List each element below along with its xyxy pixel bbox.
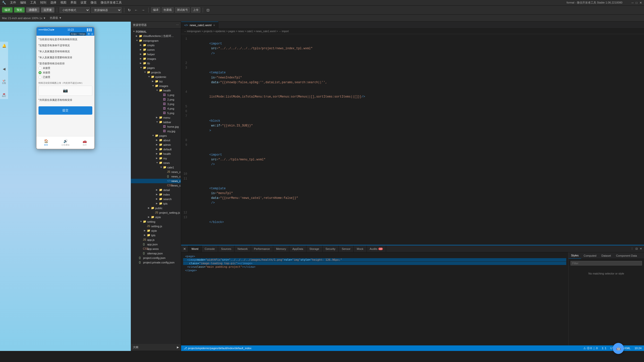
menu-file[interactable]: 文件 (10, 1, 16, 5)
tree-setting[interactable]: ▼ 📁 setting (131, 219, 181, 224)
tree-sitemap-json[interactable]: {} sitemap.json (131, 251, 181, 256)
menu-edit[interactable]: 编辑 (20, 1, 26, 5)
tree-news-cate1-js[interactable]: JS news_cate1.js (131, 170, 181, 174)
tree-style[interactable]: ▶ 📁 style (131, 215, 181, 219)
tree-about[interactable]: ▶ 📁 about (131, 138, 181, 143)
tab-performance[interactable]: Performance (251, 245, 273, 252)
nav-home[interactable]: 🏠 首页 (36, 139, 56, 146)
cut-btn[interactable]: 编译 (151, 7, 160, 13)
devtools-expand-icon[interactable]: ⊡ (635, 247, 638, 250)
tree-news-cate1-wxss[interactable]: CSS news_cate1.wxss (131, 183, 181, 188)
upload-area[interactable]: 📷 (38, 86, 92, 96)
menu-tool[interactable]: 工具 (30, 1, 36, 5)
tree-3png[interactable]: 🖼 3.png (131, 102, 181, 106)
refresh-icon-btn[interactable]: ↻ (127, 8, 132, 13)
tree-proj-config[interactable]: {} project.config.json (131, 256, 181, 260)
styles-tab-computed[interactable]: Computed (581, 252, 599, 259)
tab-appdata[interactable]: AppData (289, 245, 306, 252)
nav-travel[interactable]: 🚗 出行 (75, 139, 94, 146)
tree-epidemic[interactable]: ▼ 📁 epidemic (131, 75, 181, 79)
tree-tpls[interactable]: ▶ 📁 tpls (131, 201, 181, 206)
code-editor[interactable]: 1 <import src="../../../../../../tpls/pr… (181, 34, 644, 245)
tree-comm[interactable]: ▶ 📁 comm (131, 48, 181, 52)
tree-helper[interactable]: ▶ 📁 helper (131, 52, 181, 57)
devtools-btn-toggle[interactable]: ✕ (181, 245, 188, 252)
tree-1png[interactable]: 🖼 1.png (131, 93, 181, 97)
html-line-page-close[interactable]: </page> (183, 269, 566, 272)
tree-app-json[interactable]: {} app.json (131, 242, 181, 247)
layout-toggle-btn[interactable]: ⊡ (206, 8, 211, 13)
menu-goto[interactable]: 转到 (40, 1, 46, 5)
collapse-icon[interactable]: ◀ (0, 65, 8, 73)
tree-app-wxss[interactable]: CSS app.wxss (131, 247, 181, 251)
cloud-button[interactable]: 云开发 (41, 7, 54, 13)
submit-button[interactable]: 提交 (38, 106, 92, 115)
menu-view[interactable]: 视图 (60, 1, 66, 5)
tree-detail[interactable]: ▶ 📁 detail (131, 188, 181, 192)
tab-memory[interactable]: Memory (273, 245, 290, 252)
tree-4png[interactable]: 🖼 4.png (131, 106, 181, 111)
outline-footer[interactable]: 大纲 ▶ (131, 344, 181, 351)
tree-pages[interactable]: ▼ 📁 pages (131, 66, 181, 70)
html-line-class[interactable]: class= "image-loading top-pic" ></image> (183, 262, 566, 265)
settings-icon[interactable]: ⚙ (88, 33, 90, 35)
tree-images[interactable]: ▶ 📁 images (131, 57, 181, 61)
menu-interface[interactable]: 界面 (70, 1, 76, 5)
test-account-btn[interactable]: 测试账号 (175, 7, 190, 13)
styles-filter-input[interactable] (571, 261, 642, 265)
tree-setting-style[interactable]: ▶ 📁 style (131, 229, 181, 233)
back-icon-btn[interactable]: ← (133, 8, 139, 13)
tree-root[interactable]: ▼ FORMAL (131, 30, 181, 34)
tree-menu[interactable]: ▶ 📁 menu (131, 115, 181, 120)
html-line-page[interactable]: <page> (183, 255, 566, 258)
menu-select[interactable]: 选择 (50, 1, 56, 5)
tree-cmpts[interactable]: ▶ 📁 cmpts (131, 43, 181, 48)
tree-homejpg[interactable]: 🖼 home.jpg (131, 124, 181, 129)
explorer-menu-icon[interactable]: ⋯ (176, 23, 179, 27)
devtools-more-icon[interactable]: ⋮ (631, 247, 633, 250)
menu-settings[interactable]: 设置 (80, 1, 87, 5)
radio-item-1[interactable]: 未接受 (38, 71, 92, 74)
tab-security[interactable]: Security (323, 245, 339, 252)
tree-cloudfunctions[interactable]: ▶ 📁 cloudfunctions | 当前环... (131, 34, 181, 38)
tree-2png[interactable]: 🖼 2.png (131, 97, 181, 102)
tab-sources[interactable]: Sources (218, 245, 234, 252)
styles-tab-component[interactable]: Component Data (614, 252, 639, 259)
minimize-btn[interactable]: ─ (631, 1, 634, 5)
forward-icon-btn[interactable]: → (140, 8, 146, 13)
tab-console[interactable]: Console (202, 245, 218, 252)
nav-announcement[interactable]: 🔊 公告通知 (56, 139, 75, 146)
tab-news-cate1-wxml[interactable]: </> news_cate1.wxml ✕ (181, 22, 218, 28)
menu-wechat[interactable]: 微信 (91, 1, 97, 5)
tree-biz[interactable]: ▶ 📁 biz (131, 79, 181, 84)
tree-epidemic-images[interactable]: ▼ 📁 images (131, 84, 181, 88)
tree-my[interactable]: ▶ 📁 my (131, 156, 181, 161)
tree-public[interactable]: ▶ 📁 public (131, 206, 181, 210)
simulator-mode-select[interactable]: 小程序模式 (60, 7, 90, 13)
tree-proj-setting-js[interactable]: JS project_setting.js (131, 210, 181, 215)
gear-icon[interactable]: ◎ (91, 33, 93, 35)
resource-editor-select[interactable]: 资源编辑器 (91, 7, 122, 13)
file-tree[interactable]: ▼ FORMAL ▶ 📁 cloudfunctions | 当前环... ▼ 📁… (131, 29, 181, 344)
screen-size-label[interactable]: Mac 21-inch and above 100% 1x ▼ (2, 17, 46, 20)
tab-network[interactable]: Network (234, 245, 251, 252)
html-line-view[interactable]: <view class= "main padding-project" ></v… (183, 265, 566, 268)
devtools-close-icon[interactable]: ✕ (640, 247, 642, 250)
tree-setting-js[interactable]: JS setting.js (131, 224, 181, 229)
devtools-html-panel[interactable]: <page> <image mode= "widthFix" src= "../… (181, 252, 569, 345)
tree-health-pages[interactable]: ▶ 📁 health (131, 152, 181, 156)
reset-button[interactable]: 清缓存 (26, 7, 39, 13)
tab-storage[interactable]: Storage (306, 245, 323, 252)
tree-tabbar[interactable]: ▼ 📁 tabbar (131, 120, 181, 124)
tab-audits[interactable]: Audits 16 (367, 245, 386, 252)
tab-sensor[interactable]: Sensor (339, 245, 354, 252)
tree-myjpg[interactable]: 🖼 my.jpg (131, 129, 181, 133)
radio-item-0[interactable]: 未接受 (38, 66, 92, 70)
float-avatar[interactable]: 🤖 (613, 343, 624, 354)
hot-reload-btn[interactable]: 热重载 (162, 7, 174, 13)
tree-index[interactable]: ▶ 📁 index (131, 192, 181, 197)
tree-default[interactable]: ▶ 📁 default (131, 147, 181, 152)
tab-close-btn[interactable]: ✕ (213, 24, 215, 27)
tree-admin[interactable]: ▶ 📁 admin (131, 143, 181, 147)
tab-wxml[interactable]: Wxml (188, 245, 202, 252)
